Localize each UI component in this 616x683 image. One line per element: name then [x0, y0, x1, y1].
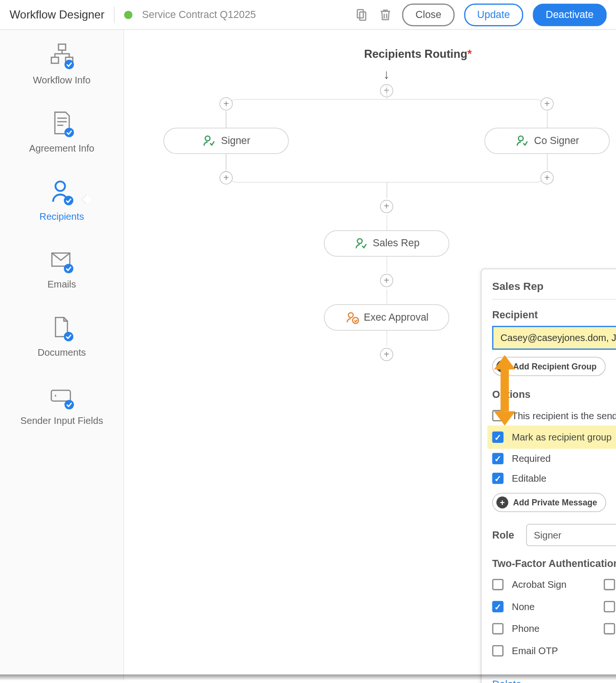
add-node-button[interactable]: +	[220, 171, 233, 185]
svg-point-5	[64, 60, 73, 69]
svg-rect-2	[58, 44, 65, 50]
svg-point-6	[64, 128, 73, 137]
node-signer[interactable]: Signer	[163, 128, 289, 154]
node-cosigner[interactable]: Co Signer	[484, 128, 610, 154]
checkbox-checked[interactable]	[492, 473, 504, 484]
add-node-button[interactable]: +	[380, 274, 393, 287]
add-recipient-group-button[interactable]: + Add Recipient Group	[492, 357, 606, 376]
svg-point-7	[56, 181, 65, 191]
tfa-acrobat[interactable]: Acrobat Sign	[492, 575, 597, 594]
sidebar-item-recipients[interactable]: Recipients	[39, 178, 84, 222]
checkbox-checked[interactable]	[492, 453, 504, 464]
role-select[interactable]: Signer ⌄	[526, 524, 616, 546]
add-private-message-button[interactable]: + Add Private Message	[492, 493, 606, 512]
plus-icon: +	[496, 496, 508, 508]
add-node-button[interactable]: +	[220, 97, 233, 110]
svg-point-14	[205, 136, 210, 141]
status-indicator	[124, 10, 133, 19]
plus-icon: +	[496, 360, 508, 372]
sidebar-item-sender-fields[interactable]: Sender Input Fields	[20, 382, 103, 426]
option-required[interactable]: Required	[492, 449, 616, 469]
svg-point-16	[357, 239, 362, 243]
sidebar-item-documents[interactable]: Documents	[37, 314, 86, 358]
options-label: Options	[492, 389, 616, 401]
option-sender[interactable]: This recipient is the sender	[492, 406, 616, 426]
parallel-branch: + Signer + + Co Signer	[225, 99, 547, 182]
tfa-phone[interactable]: Phone	[492, 619, 597, 639]
node-salesrep[interactable]: Sales Rep	[324, 230, 449, 256]
add-node-button[interactable]: +	[541, 97, 554, 110]
sidebar: Workflow Info Agreement Info Recipients …	[0, 30, 124, 680]
svg-point-18	[352, 317, 358, 324]
node-exec[interactable]: Exec Approval	[324, 305, 449, 331]
checkbox[interactable]	[492, 410, 504, 422]
recipient-input[interactable]	[492, 326, 616, 350]
checkbox-checked[interactable]	[492, 431, 504, 443]
svg-point-8	[64, 196, 73, 205]
svg-point-13	[64, 400, 73, 409]
role-label: Role	[492, 529, 514, 541]
add-node-button[interactable]: +	[380, 348, 393, 361]
svg-rect-12	[51, 390, 70, 401]
update-button[interactable]: Update	[464, 3, 523, 26]
svg-point-10	[64, 264, 73, 273]
sidebar-item-workflow-info[interactable]: Workflow Info	[33, 42, 91, 86]
workflow-name: Service Contract Q12025	[142, 9, 256, 20]
tfa-email[interactable]: Email OTP	[492, 641, 597, 661]
copy-icon[interactable]	[355, 8, 369, 22]
sidebar-item-agreement-info[interactable]: Agreement Info	[29, 110, 94, 154]
option-editable[interactable]: Editable	[492, 468, 616, 488]
recipient-panel: Sales Rep ✎ ✕ Recipient + Add Recipient …	[481, 269, 616, 683]
panel-title: Sales Rep	[492, 280, 544, 293]
tfa-password[interactable]: Password	[604, 597, 616, 617]
tfa-gov[interactable]: Government ID	[604, 619, 616, 639]
add-node-button[interactable]: +	[380, 200, 393, 213]
tfa-kba[interactable]: KBA	[604, 575, 616, 594]
option-recipient-group[interactable]: Mark as recipient group	[487, 425, 616, 449]
flow-title: Recipients Routing*	[237, 48, 598, 61]
app-title: Workflow Designer	[9, 8, 104, 21]
svg-point-17	[348, 313, 353, 317]
down-arrow-icon: ↓	[324, 67, 449, 82]
recipient-label: Recipient	[492, 309, 616, 321]
tfa-none[interactable]: None	[492, 597, 597, 617]
add-node-button[interactable]: +	[541, 171, 554, 185]
tfa-label: Two-Factor Authentication (2FA)	[492, 558, 616, 570]
svg-point-11	[64, 332, 73, 342]
trash-icon[interactable]	[378, 8, 393, 22]
deactivate-button[interactable]: Deactivate	[533, 3, 607, 26]
close-button[interactable]: Close	[402, 3, 455, 26]
svg-point-15	[518, 136, 523, 141]
sidebar-item-emails[interactable]: Emails	[47, 246, 76, 290]
header: Workflow Designer Service Contract Q1202…	[0, 0, 616, 30]
canvas: Recipients Routing* ↓ + + Signer +	[124, 30, 616, 680]
svg-rect-3	[51, 57, 58, 63]
